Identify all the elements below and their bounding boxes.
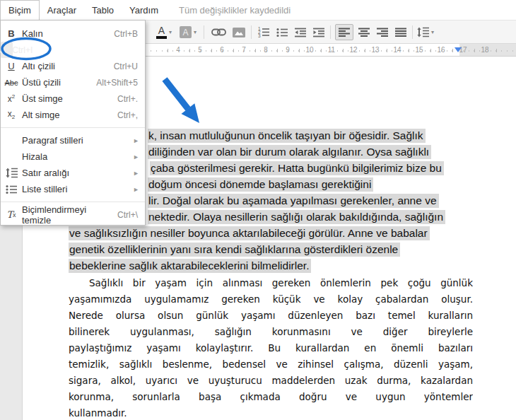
document-text-line[interactable]: korunma, sorunlarla başa çıkmada doğru v… [69,389,473,405]
ruler-mid-tick [233,49,234,52]
menu-item-label: Hizala [22,151,133,162]
document-text-line[interactable]: çaba gösterilmesi gerekir. Hatta bugünkü… [150,160,444,176]
ruler-minor-tick [184,50,184,52]
align-justify-button[interactable] [393,24,409,40]
ruler-mid-tick [168,49,168,52]
menu-item-list-styles[interactable]: Liste stilleri► [1,181,145,197]
menu-item-shortcut: Ctrl+. [117,94,138,104]
ruler-minor-tick [501,50,502,52]
menu-bar: BiçimAraçlarTabloYardımTüm değişiklikler… [0,0,516,20]
ruler-mid-tick [409,49,409,52]
menubar-item-tablo[interactable]: Tablo [84,0,122,20]
menu-item-strikethrough[interactable]: AbcÜstü çiziliAlt+Shift+5 [1,74,145,91]
document-text-line[interactable]: temizlik, sağlıklı beslenme, bedensel ve… [69,356,473,373]
ruler-mid-tick [452,49,453,52]
ruler-number: 7 [242,46,246,54]
selected-text: k, insan mutluluğunun öncelik taşıyan bi… [148,129,426,143]
right-indent-marker[interactable] [455,47,462,52]
document-text-line[interactable]: bilinerek uygulanması, sağlığın korunmas… [69,324,473,340]
menu-item-paragrafstilleri[interactable]: Paragraf stilleri► [1,132,145,148]
document-text-line[interactable]: yaşamımızda uygulamamız gereken küçük ve… [69,291,473,308]
menu-item-clear-formatting[interactable]: TxBiçimlendirmeyi temizleCtrl+\ [1,206,145,223]
strikethrough-icon: Abc [1,78,22,87]
document-text-line[interactable]: ve sağlıksızlığın nesiller boyunca aktar… [69,225,430,241]
ruler-minor-tick [216,50,217,52]
insert-image-button[interactable] [230,24,247,40]
align-center-button[interactable] [356,24,372,40]
underline-icon: U [1,61,22,71]
selected-text: bebeklerine sağlık aktarabileceklerini b… [69,259,311,273]
numbered-list-button[interactable]: 123 [256,24,271,40]
ruler-number: 10 [305,46,313,54]
insert-link-button[interactable] [209,24,228,40]
ruler-minor-tick [156,50,157,52]
menu-item-shortcut: Ctrl+B [114,29,138,39]
document-text-line[interactable]: sigara, alkol, uyarıcı ve uyuşturucu mad… [69,373,473,389]
menu-item-line-spacing[interactable]: Satır aralığı► [1,165,145,181]
ruler-number: 11 [328,46,335,54]
submenu-arrow-icon: ► [133,186,139,193]
highlight-color-button[interactable]: A▾ [178,24,198,40]
document-text-line[interactable]: Nerede olursa olsun günlük yaşamı düzenl… [69,308,473,324]
decrease-indent-button[interactable] [293,24,308,40]
selected-text: diliğinden var olan bir durum olarak alg… [148,145,431,159]
document-text-line[interactable]: doğum öncesi dönemde başlaması gerektiği… [148,176,373,192]
menu-item-label: İtalik [0,45,12,55]
line-spacing-button[interactable]: ▾ [417,24,434,40]
ruler-mid-tick [189,49,190,52]
document-text-line[interactable]: kullanmadır. [69,405,127,420]
increase-indent-button[interactable] [311,24,327,40]
align-right-button[interactable] [375,24,390,40]
menu-item-shortcut: Ctrl+I [12,45,33,55]
menubar-item-bicim[interactable]: Biçim [0,0,40,20]
menu-item-subscript[interactable]: x2Alt simgeCtrl+, [1,107,145,123]
document-text-line[interactable]: paylaştığımız yaşamı kolaylaştırır. Bu k… [69,340,473,356]
document-text-line[interactable]: k, insan mutluluğunun öncelik taşıyan bi… [148,127,426,144]
menu-item-label: Üst simge [22,93,117,104]
ruler-minor-tick [162,50,163,52]
ruler-minor-tick [260,50,261,52]
text-color-button[interactable]: A▾ [154,24,174,40]
menu-separator [1,202,145,202]
document-text-line[interactable]: Sağlıklı bir yaşam için alınması gereken… [89,275,473,291]
menu-item-shortcut: Ctrl+, [117,110,138,120]
bulleted-list-button[interactable] [274,24,290,40]
menubar-item-araclar[interactable]: Araçlar [40,0,84,20]
ruler-minor-tick [238,50,239,52]
ruler-number: 12 [349,46,357,54]
ruler-minor-tick [250,50,250,52]
document-text-line[interactable]: bebeklerine sağlık aktarabileceklerini b… [69,257,311,274]
toolbar-separator [412,25,413,39]
ruler-minor-tick [479,50,480,52]
selected-text: nektedir. Olaya nesillerin sağlığı olara… [148,210,445,224]
ruler-number: 13 [371,46,379,54]
align-left-button[interactable] [335,24,353,40]
ruler-minor-tick [194,50,195,52]
ruler-minor-tick [348,50,348,52]
chevron-down-icon: ▾ [431,29,434,35]
ruler-mid-tick [365,49,365,52]
menu-item-hizala[interactable]: Hizala► [1,148,145,165]
document-text-line[interactable]: genetik özelliklerinin yanı sıra kendi s… [69,241,400,257]
ruler-mid-tick [321,49,322,52]
document-text-line[interactable]: nektedir. Olaya nesillerin sağlığı olara… [148,209,445,225]
menu-item-superscript[interactable]: x2Üst simgeCtrl+. [1,91,145,107]
document-text-line[interactable]: lir. Doğal olarak bu aşamada yapılması g… [148,192,439,209]
menu-item-label: Biçimlendirmeyi temizle [22,204,117,226]
google-docs-window: BiçimAraçlarTabloYardımTüm değişiklikler… [0,0,516,420]
ruler-number: 9 [286,46,290,54]
menu-item-label: Kalın [22,28,114,39]
ruler-minor-tick [414,50,414,52]
menu-item-underline[interactable]: UAltı çiziliCtrl+U [1,58,145,74]
ruler-minor-tick [282,50,283,52]
ruler-minor-tick [293,50,294,52]
menu-item-label: Üstü çizili [22,77,96,88]
menu-item-italic[interactable]: IİtalikCtrl+I [1,42,13,58]
ruler-minor-tick [435,50,436,52]
menu-item-bold[interactable]: BKalınCtrl+B [1,25,145,42]
ruler-minor-tick [315,50,316,52]
ruler-number: 5 [198,46,202,54]
document-text-line[interactable]: diliğinden var olan bir durum olarak alg… [148,144,431,160]
menubar-item-yardim[interactable]: Yardım [122,0,166,20]
ruler-minor-tick [370,50,370,52]
